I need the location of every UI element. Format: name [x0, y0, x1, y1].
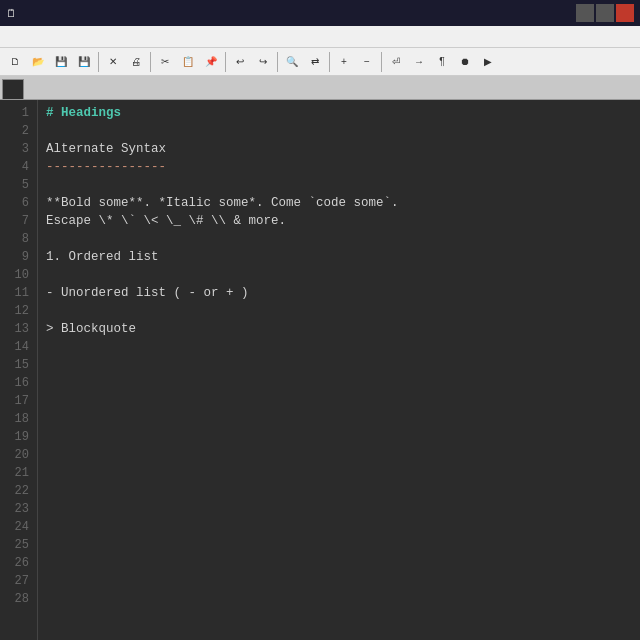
line-num: 18: [4, 410, 29, 428]
line-num: 26: [4, 554, 29, 572]
line-num: 27: [4, 572, 29, 590]
close-button[interactable]: [616, 4, 634, 22]
code-line-10: [46, 266, 632, 284]
cut-button[interactable]: ✂: [154, 51, 176, 73]
code-line-12: [46, 302, 632, 320]
code-line-5: [46, 176, 632, 194]
toolbar-separator-3: [225, 52, 226, 72]
zoom-in-button[interactable]: +: [333, 51, 355, 73]
line-num: 16: [4, 374, 29, 392]
line-num: 1: [4, 104, 29, 122]
open-button[interactable]: 📂: [27, 51, 49, 73]
line-num: 11: [4, 284, 29, 302]
app-icon: 🗒: [6, 7, 17, 19]
toolbar-separator-2: [150, 52, 151, 72]
undo-button[interactable]: ↩: [229, 51, 251, 73]
line-numbers: 1 2 3 4 5 6 7 8 9 10 11 12 13 14 15 16 1…: [0, 100, 38, 640]
save-all-button[interactable]: 💾: [73, 51, 95, 73]
indent-button[interactable]: →: [408, 51, 430, 73]
line-num: 15: [4, 356, 29, 374]
code-line-2: [46, 122, 632, 140]
toolbar-separator-5: [329, 52, 330, 72]
close-doc-button[interactable]: ✕: [102, 51, 124, 73]
toolbar-separator-4: [277, 52, 278, 72]
line-num: 2: [4, 122, 29, 140]
line-num: 23: [4, 500, 29, 518]
redo-button[interactable]: ↪: [252, 51, 274, 73]
code-line-7: Escape \* \` \< \_ \# \\ & more.: [46, 212, 632, 230]
line-num: 28: [4, 590, 29, 608]
replace-button[interactable]: ⇄: [304, 51, 326, 73]
code-line-6: **Bold some**. *Italic some*. Come `code…: [46, 194, 632, 212]
line-num: 6: [4, 194, 29, 212]
maximize-button[interactable]: [596, 4, 614, 22]
toolbar: 🗋 📂 💾 💾 ✕ 🖨 ✂ 📋 📌 ↩ ↪ 🔍 ⇄ + − ⏎ → ¶ ⏺ ▶: [0, 48, 640, 76]
code-line-13: > Blockquote: [46, 320, 632, 338]
line-num: 17: [4, 392, 29, 410]
new-button[interactable]: 🗋: [4, 51, 26, 73]
editor-area: 1 2 3 4 5 6 7 8 9 10 11 12 13 14 15 16 1…: [0, 100, 640, 640]
window-controls: [576, 4, 634, 22]
line-num: 3: [4, 140, 29, 158]
line-num: 5: [4, 176, 29, 194]
code-line-14: [46, 338, 632, 356]
line-num: 22: [4, 482, 29, 500]
code-line-9: 1. Ordered list: [46, 248, 632, 266]
code-line-11: - Unordered list ( - or + ): [46, 284, 632, 302]
line-num: 8: [4, 230, 29, 248]
paste-button[interactable]: 📌: [200, 51, 222, 73]
code-line-3: Alternate Syntax: [46, 140, 632, 158]
code-line-4: ----------------: [46, 158, 632, 176]
find-button[interactable]: 🔍: [281, 51, 303, 73]
line-num: 13: [4, 320, 29, 338]
line-num: 9: [4, 248, 29, 266]
minimize-button[interactable]: [576, 4, 594, 22]
line-num: 19: [4, 428, 29, 446]
line-num: 20: [4, 446, 29, 464]
style-button[interactable]: ¶: [431, 51, 453, 73]
toolbar-separator-6: [381, 52, 382, 72]
wrap-button[interactable]: ⏎: [385, 51, 407, 73]
line-num: 12: [4, 302, 29, 320]
print-button[interactable]: 🖨: [125, 51, 147, 73]
line-num: 14: [4, 338, 29, 356]
zoom-out-button[interactable]: −: [356, 51, 378, 73]
save-button[interactable]: 💾: [50, 51, 72, 73]
run-macro-button[interactable]: ▶: [477, 51, 499, 73]
line-num: 24: [4, 518, 29, 536]
tabbar: [0, 76, 640, 100]
titlebar: 🗒: [0, 0, 640, 26]
tab-at-a-glance[interactable]: [2, 79, 24, 99]
line-num: 4: [4, 158, 29, 176]
code-line-1: # Headings: [46, 104, 632, 122]
code-line-8: [46, 230, 632, 248]
copy-button[interactable]: 📋: [177, 51, 199, 73]
menubar: [0, 26, 640, 48]
macro-button[interactable]: ⏺: [454, 51, 476, 73]
line-num: 7: [4, 212, 29, 230]
line-num: 25: [4, 536, 29, 554]
toolbar-separator-1: [98, 52, 99, 72]
line-num: 10: [4, 266, 29, 284]
code-editor[interactable]: # Headings Alternate Syntax ------------…: [38, 100, 640, 640]
code-line-15: [46, 356, 632, 374]
line-num: 21: [4, 464, 29, 482]
